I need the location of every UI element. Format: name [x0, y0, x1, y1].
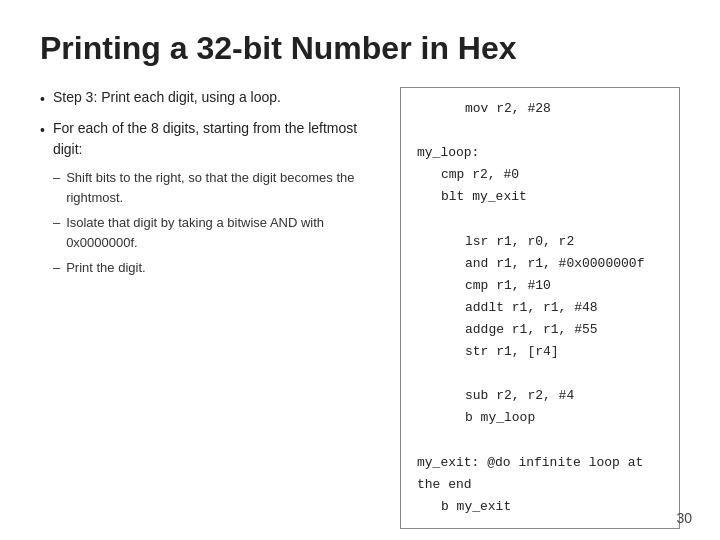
sub-item-2: – Isolate that digit by taking a bitwise… — [53, 213, 380, 252]
code-line-4: cmp r2, #0 — [417, 164, 663, 186]
code-line-gap2 — [417, 363, 663, 385]
code-line-15: b my_loop — [417, 407, 663, 429]
slide: Printing a 32-bit Number in Hex • Step 3… — [0, 0, 720, 540]
code-line-2 — [417, 120, 663, 142]
sub-list: – Shift bits to the right, so that the d… — [53, 168, 380, 278]
code-line-gap1 — [417, 208, 663, 230]
bullet-text-2: For each of the 8 digits, starting from … — [53, 120, 357, 157]
bullet-item-1: • Step 3: Print each digit, using a loop… — [40, 87, 380, 110]
sub-item-1: – Shift bits to the right, so that the d… — [53, 168, 380, 207]
left-panel: • Step 3: Print each digit, using a loop… — [40, 87, 380, 292]
dash-1: – — [53, 168, 60, 188]
sub-item-3: – Print the digit. — [53, 258, 380, 278]
code-line-7: lsr r1, r0, r2 — [417, 231, 663, 253]
content-area: • Step 3: Print each digit, using a loop… — [40, 87, 680, 529]
code-line-12: str r1, [r4] — [417, 341, 663, 363]
code-line-18: b my_exit — [417, 496, 663, 518]
code-line-5: blt my_exit — [417, 186, 663, 208]
bullet-dot-2: • — [40, 120, 45, 141]
sub-text-1: Shift bits to the right, so that the dig… — [66, 168, 380, 207]
bullet-text-1: Step 3: Print each digit, using a loop. — [53, 87, 281, 108]
code-line-17: my_exit: @do infinite loop at the end — [417, 452, 663, 496]
code-line-gap3 — [417, 429, 663, 451]
slide-title: Printing a 32-bit Number in Hex — [40, 30, 680, 67]
bullet-dot-1: • — [40, 89, 45, 110]
code-line-10: addlt r1, r1, #48 — [417, 297, 663, 319]
sub-text-2: Isolate that digit by taking a bitwise A… — [66, 213, 380, 252]
dash-2: – — [53, 213, 60, 233]
code-line-8: and r1, r1, #0x0000000f — [417, 253, 663, 275]
sub-text-3: Print the digit. — [66, 258, 146, 278]
page-number: 30 — [676, 510, 692, 526]
bullet-list: • Step 3: Print each digit, using a loop… — [40, 87, 380, 284]
code-line-9: cmp r1, #10 — [417, 275, 663, 297]
code-line-14: sub r2, r2, #4 — [417, 385, 663, 407]
code-box: mov r2, #28 my_loop: cmp r2, #0 blt my_e… — [400, 87, 680, 529]
code-line-1: mov r2, #28 — [417, 98, 663, 120]
bullet-content-2: For each of the 8 digits, starting from … — [53, 118, 380, 284]
dash-3: – — [53, 258, 60, 278]
code-line-3: my_loop: — [417, 142, 663, 164]
bullet-item-2: • For each of the 8 digits, starting fro… — [40, 118, 380, 284]
code-line-11: addge r1, r1, #55 — [417, 319, 663, 341]
